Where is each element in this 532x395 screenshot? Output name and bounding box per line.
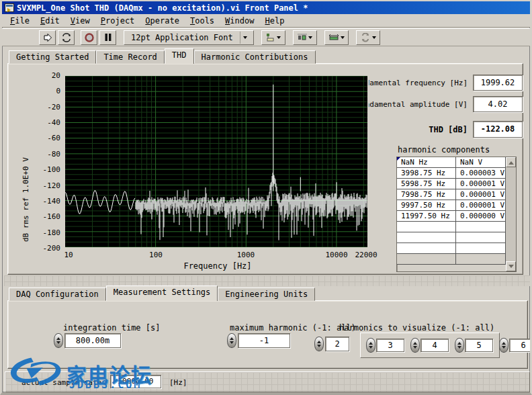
thd-label: THD [dB]: [429, 125, 468, 134]
actual-sample-rate-label: actual sample rate: [21, 378, 101, 387]
font-selector[interactable]: 12pt Application Font: [124, 30, 254, 45]
resize-objects-button[interactable]: [324, 30, 349, 45]
harmonics-to-visualize-label: harmonics to visualize (-1: all): [339, 323, 494, 333]
harmonic-spinner[interactable]: [499, 338, 508, 353]
table-row: [397, 254, 506, 265]
panel-background: [4, 275, 532, 286]
table-row: [397, 232, 506, 243]
integration-time-spinner[interactable]: [54, 333, 63, 348]
run-continuously-button[interactable]: [58, 30, 75, 45]
align-objects-button[interactable]: [261, 30, 285, 45]
scroll-up-button[interactable]: [506, 157, 516, 167]
harmonic-input[interactable]: 6: [509, 339, 532, 352]
window-title: SVXMPL_One Shot THD (DAQmx - no excitati…: [17, 3, 308, 13]
harmonic-element-control: 4: [410, 338, 449, 353]
maximum-harmonic-input[interactable]: -1: [238, 333, 290, 348]
x-tick: 1000: [237, 251, 255, 259]
scroll-down-button[interactable]: [506, 261, 516, 271]
y-axis-ticks: 20 0 -20 -40 -60 -80 -100 -120 -140 -160…: [31, 72, 60, 252]
labview-vi-icon: [5, 3, 14, 12]
y-tick: -200: [43, 245, 61, 252]
menu-window[interactable]: Window: [220, 15, 259, 27]
y-tick: -40: [47, 119, 60, 126]
harmonic-frequency-cell: 7998.75 Hz: [397, 189, 456, 200]
harmonic-frequency-cell: 9997.50 Hz: [397, 200, 456, 211]
table-scrollbar[interactable]: [506, 157, 516, 271]
pause-button[interactable]: [99, 30, 116, 45]
menu-edit[interactable]: Edit: [35, 15, 65, 27]
integration-time-input[interactable]: 800.00m: [64, 333, 121, 348]
tab-daq-configuration[interactable]: DAQ Configuration: [9, 288, 106, 301]
menu-help[interactable]: Help: [259, 15, 290, 27]
harmonic-table-grid: NaN Hz NaN V 3998.75 Hz 0.000003 V 5998.…: [397, 157, 506, 271]
harmonic-amplitude-cell: 0.000001 V: [456, 189, 506, 200]
harmonic-input[interactable]: 4: [420, 339, 449, 352]
harmonic-amplitude-cell: NaN V: [456, 157, 506, 168]
harmonic-frequency-cell: NaN Hz: [397, 157, 456, 168]
y-tick: 20: [52, 72, 60, 79]
menu-bar: File Edit View Project Operate Tools Win…: [2, 14, 530, 28]
thd-tab-page: dB rms ref 1.0E+0 V 20 0 -20 -40 -60 -80…: [7, 63, 523, 275]
abort-icon: [85, 33, 94, 42]
harmonic-input[interactable]: 5: [465, 339, 493, 352]
run-button[interactable]: [39, 30, 56, 45]
reorder-icon: [360, 33, 371, 42]
integration-time-label: integration time [s]: [63, 323, 161, 333]
x-tick: 10000: [325, 251, 347, 259]
harmonic-components-table: NaN Hz NaN V 3998.75 Hz 0.000003 V 5998.…: [396, 157, 517, 272]
harmonic-amplitude-cell: [456, 222, 506, 232]
x-tick: 22000: [355, 251, 377, 259]
bottom-panel-strip: actual sample rate 50000.00 [Hz]: [5, 371, 530, 392]
harmonic-input[interactable]: 3: [376, 339, 404, 352]
thd-value: -122.08: [473, 121, 523, 138]
sample-rate-unit-label: [Hz]: [169, 378, 187, 387]
menu-project[interactable]: Project: [95, 15, 140, 27]
fundamental-frequency-label: fundamental frequency [Hz]: [369, 79, 468, 87]
reorder-button[interactable]: [356, 30, 380, 45]
menu-tools[interactable]: Tools: [185, 15, 220, 27]
menu-view[interactable]: View: [65, 15, 95, 27]
y-tick: -80: [47, 150, 60, 158]
tab-measurement-settings[interactable]: Measurement Settings: [106, 286, 218, 301]
x-tick: 10: [64, 251, 73, 259]
x-tick: 100: [149, 251, 163, 259]
menu-operate[interactable]: Operate: [140, 15, 185, 27]
y-tick: -180: [43, 229, 61, 236]
tab-thd[interactable]: THD: [165, 48, 194, 64]
harmonic-spinner[interactable]: [455, 338, 464, 353]
y-tick: -60: [47, 134, 60, 142]
table-row: 3998.75 Hz 0.000003 V: [397, 168, 506, 179]
chevron-down-icon[interactable]: [240, 32, 251, 44]
harmonic-frequency-cell: [397, 222, 456, 232]
tab-time-record[interactable]: Time Record: [96, 50, 164, 64]
align-objects-icon: [266, 33, 275, 42]
actual-sample-rate-value: 50000.00: [110, 375, 161, 388]
tab-harmonic-contributions[interactable]: Harmonic Contributions: [194, 50, 316, 64]
fundamental-amplitude-label-clip: fundamental amplitude [V]: [369, 100, 468, 109]
y-tick: -100: [43, 166, 61, 173]
bottom-tab-strip: DAQ Configuration Measurement Settings E…: [9, 286, 315, 301]
tab-getting-started[interactable]: Getting Started: [9, 50, 96, 64]
font-selector-value: 12pt Application Font: [127, 33, 237, 42]
run-arrow-icon: [43, 33, 52, 42]
top-tab-strip: Getting Started Time Record THD Harmonic…: [9, 48, 316, 64]
harmonic-element-control: 6: [499, 338, 532, 353]
abort-button[interactable]: [81, 30, 97, 45]
harmonic-spinner[interactable]: [366, 338, 375, 353]
harmonic-components-label: harmonic components: [398, 145, 490, 155]
distribute-objects-icon: [298, 33, 307, 42]
title-bar[interactable]: SVXMPL_One Shot THD (DAQmx - no excitati…: [2, 1, 530, 14]
harmonics-index-spinner[interactable]: [314, 337, 324, 351]
harmonic-spinner[interactable]: [410, 338, 420, 353]
distribute-objects-button[interactable]: [293, 30, 317, 45]
menu-file[interactable]: File: [5, 15, 35, 27]
spectrum-graph-canvas: [65, 76, 367, 247]
y-tick: 0: [56, 87, 60, 95]
table-row: 7998.75 Hz 0.000001 V: [397, 189, 506, 200]
maximum-harmonic-spinner[interactable]: [227, 333, 236, 348]
harmonics-array-group: 3 4 5 6: [360, 333, 500, 358]
harmonic-amplitude-cell: 0.000000 V: [456, 211, 506, 222]
table-row: 5998.75 Hz 0.000001 V: [397, 179, 506, 189]
tab-engineering-units[interactable]: Engineering Units: [218, 288, 315, 301]
harmonics-index-input[interactable]: 2: [325, 337, 349, 351]
